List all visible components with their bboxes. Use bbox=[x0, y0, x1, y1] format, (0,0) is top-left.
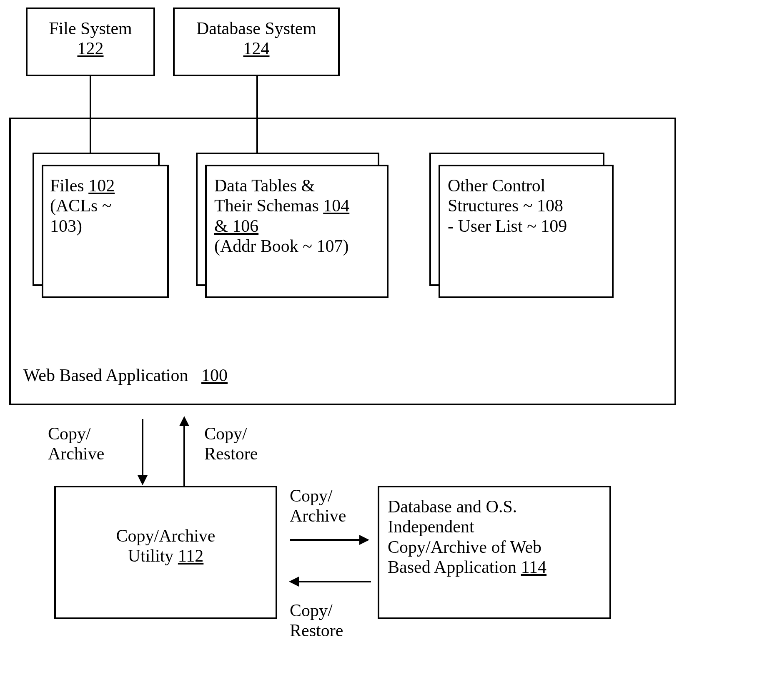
other-control-box: Other Control Structures ~ 108 - User Li… bbox=[439, 165, 614, 298]
copy-archive-l1: Copy/ bbox=[48, 424, 104, 444]
copy-restore-h-l1: Copy/ bbox=[290, 600, 343, 620]
arrow-down-line bbox=[142, 419, 143, 477]
data-tables-line1: Data Tables & bbox=[214, 176, 379, 196]
output-line1: Database and O.S. bbox=[388, 497, 601, 517]
utility-line2: Utility 112 bbox=[56, 546, 276, 566]
copy-archive-h-l2: Archive bbox=[290, 506, 346, 526]
copy-archive-label-vert: Copy/ Archive bbox=[48, 424, 104, 464]
database-system-box: Database System 124 bbox=[173, 8, 340, 76]
web-app-title: Web Based Application bbox=[23, 366, 188, 385]
files-line1-ref: 102 bbox=[88, 176, 115, 195]
data-tables-line3: & 106 bbox=[214, 216, 379, 236]
copy-restore-l1: Copy/ bbox=[204, 424, 258, 444]
web-app-ref: 100 bbox=[201, 366, 228, 385]
copy-restore-l2: Restore bbox=[204, 444, 258, 464]
other-control-line1: Other Control bbox=[448, 176, 604, 196]
output-line4: Based Application 114 bbox=[388, 557, 601, 577]
database-system-ref: 124 bbox=[175, 38, 338, 58]
arrow-up-line bbox=[183, 425, 185, 486]
data-tables-line3-ref: & 106 bbox=[214, 216, 258, 236]
arrow-left-line bbox=[298, 581, 371, 582]
arrow-down-head-icon bbox=[138, 475, 148, 485]
output-line4-pre: Based Application bbox=[388, 557, 521, 577]
arrow-right-line bbox=[290, 539, 361, 541]
copy-restore-h-l2: Restore bbox=[290, 620, 343, 640]
file-system-ref: 122 bbox=[28, 38, 153, 58]
file-system-box: File System 122 bbox=[26, 8, 155, 76]
output-line2: Independent bbox=[388, 517, 601, 537]
other-control-line2: Structures ~ 108 bbox=[448, 196, 604, 216]
copy-archive-l2: Archive bbox=[48, 444, 104, 464]
utility-box: Copy/Archive Utility 112 bbox=[54, 486, 277, 619]
files-line1-pre: Files bbox=[50, 176, 88, 195]
arrow-up-head-icon bbox=[179, 416, 189, 426]
data-tables-line4: (Addr Book ~ 107) bbox=[214, 236, 379, 256]
utility-line2-pre: Utility bbox=[128, 546, 178, 565]
web-app-caption: Web Based Application 100 bbox=[23, 365, 228, 385]
data-tables-box: Data Tables & Their Schemas 104 & 106 (A… bbox=[205, 165, 389, 298]
files-box: Files 102 (ACLs ~ 103) bbox=[42, 165, 169, 298]
output-box: Database and O.S. Independent Copy/Archi… bbox=[378, 486, 611, 619]
files-line1: Files 102 bbox=[50, 176, 160, 196]
copy-restore-label-horiz: Copy/ Restore bbox=[290, 600, 343, 641]
output-line3: Copy/Archive of Web bbox=[388, 537, 601, 557]
other-control-line3: - User List ~ 109 bbox=[448, 216, 604, 236]
data-tables-line2: Their Schemas 104 bbox=[214, 196, 379, 216]
data-tables-line2-pre: Their Schemas bbox=[214, 196, 323, 215]
file-system-title: File System bbox=[28, 18, 153, 38]
utility-line1: Copy/Archive bbox=[56, 526, 276, 546]
database-system-title: Database System bbox=[175, 18, 338, 38]
files-line3: 103) bbox=[50, 216, 160, 236]
utility-line2-ref: 112 bbox=[178, 546, 203, 565]
files-line2: (ACLs ~ bbox=[50, 196, 160, 216]
copy-restore-label-vert: Copy/ Restore bbox=[204, 424, 258, 464]
output-line4-ref: 114 bbox=[521, 557, 546, 577]
data-tables-line2-ref: 104 bbox=[323, 196, 349, 215]
arrow-right-head-icon bbox=[359, 535, 369, 545]
arrow-left-head-icon bbox=[289, 577, 299, 587]
copy-archive-label-horiz: Copy/ Archive bbox=[290, 486, 346, 526]
copy-archive-h-l1: Copy/ bbox=[290, 486, 346, 506]
